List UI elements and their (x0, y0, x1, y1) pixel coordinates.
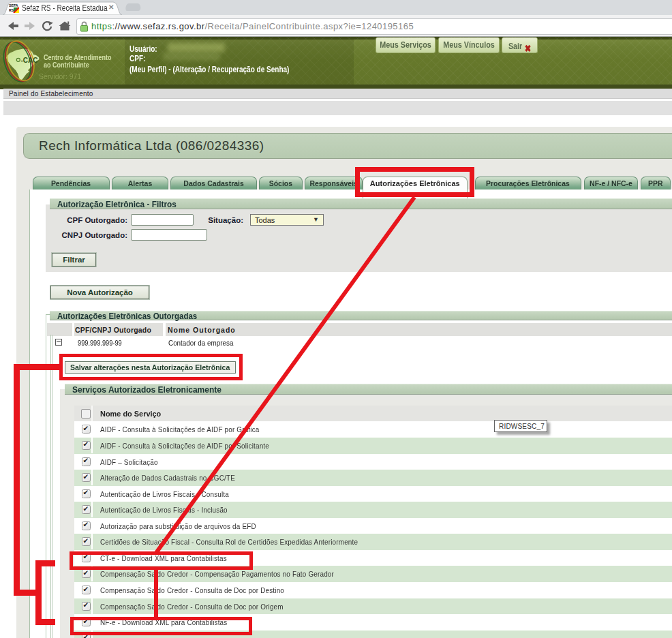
svg-text:SEFA: SEFA (9, 3, 18, 7)
svg-text:-CAC: -CAC (21, 57, 38, 64)
svg-text:RS: RS (9, 8, 14, 12)
